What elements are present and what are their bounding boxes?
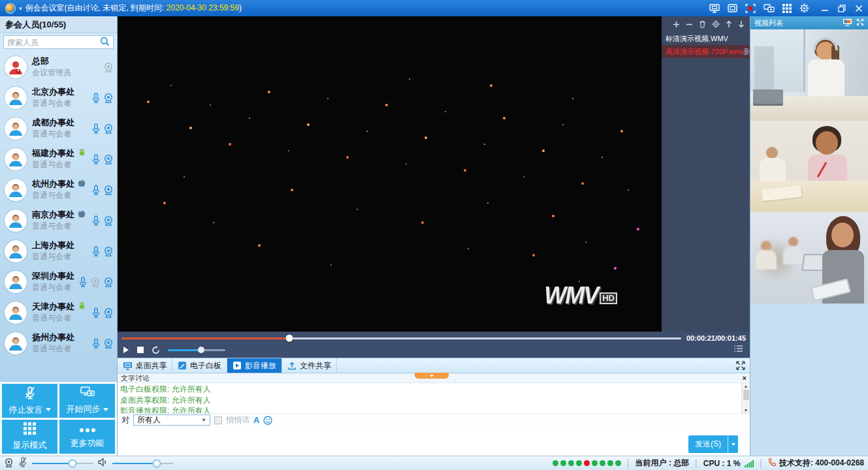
status-webcam-icon[interactable] <box>4 458 14 469</box>
video-mode-icon[interactable] <box>843 18 852 27</box>
speaker-volume-handle[interactable] <box>152 459 161 467</box>
status-mic-muted-icon[interactable] <box>18 457 27 469</box>
emoji-button[interactable] <box>263 416 272 425</box>
mic-icon[interactable] <box>91 307 101 318</box>
mic-icon[interactable] <box>91 338 101 349</box>
webcam-icon-gray[interactable] <box>103 62 114 72</box>
action-button-grid: 停止发言 开始同步 显示模式 更多功能 <box>0 382 117 456</box>
participant-row[interactable]: 总部会议管理员 <box>0 52 117 82</box>
apple-device-icon <box>78 210 86 220</box>
player-volume-slider[interactable] <box>168 349 225 351</box>
fullscreen-expand-icon[interactable] <box>735 360 746 373</box>
stop-button[interactable] <box>137 347 144 353</box>
logo-caret-icon[interactable]: ▾ <box>19 5 22 12</box>
playlist-settings-icon[interactable] <box>712 20 720 28</box>
record-icon[interactable] <box>745 4 756 13</box>
webcam-icon[interactable] <box>103 246 114 257</box>
participants-header: 参会人员(10/55) <box>0 16 117 33</box>
display-mode-button[interactable]: 显示模式 <box>2 420 57 454</box>
webcam-icon[interactable] <box>103 338 114 349</box>
stop-speaking-button[interactable]: 停止发言 <box>2 384 57 418</box>
settings-gear-icon[interactable] <box>799 3 809 13</box>
seek-bar[interactable] <box>121 337 681 339</box>
participant-row[interactable]: 上海办事处普通与会者 <box>0 236 117 266</box>
tab-file-share[interactable]: 文件共享 <box>282 358 337 373</box>
send-button[interactable]: 发送(S) <box>688 435 728 453</box>
chat-scrollbar[interactable]: ▲ ▼ <box>741 383 750 413</box>
font-style-button[interactable]: A <box>253 415 259 425</box>
mic-volume-slider[interactable] <box>32 463 93 464</box>
participant-row[interactable]: 北京办事处普通与会者 <box>0 82 117 113</box>
send-options-caret[interactable] <box>728 435 738 453</box>
participant-row[interactable]: 南京办事处普通与会者 <box>0 205 117 236</box>
collapse-chat-handle[interactable] <box>415 373 449 379</box>
screen-share-icon[interactable] <box>709 4 720 13</box>
participant-row[interactable]: 福建办事处普通与会者 <box>0 144 117 174</box>
search-icon[interactable] <box>100 37 110 48</box>
mic-icon[interactable] <box>78 277 88 287</box>
speaker-volume-slider[interactable] <box>112 463 174 464</box>
play-button[interactable] <box>123 346 129 354</box>
whiteboard-window-icon[interactable] <box>728 4 737 12</box>
restore-button[interactable] <box>838 5 846 12</box>
chat-input-area[interactable]: 发送(S) <box>118 427 750 456</box>
seek-handle[interactable] <box>286 335 293 342</box>
minimize-button[interactable] <box>821 5 829 12</box>
webcam-icon[interactable] <box>103 154 114 164</box>
playlist-item[interactable]: 标清演示视频.WMV <box>662 32 750 45</box>
playlist-delete-icon[interactable] <box>699 20 706 28</box>
playlist-add-icon[interactable] <box>673 21 680 28</box>
participant-row[interactable]: 天津办事处普通与会者 <box>0 297 117 328</box>
participants-panel: 参会人员(10/55) 总部会议管理员 北京办事处普通与会者 <box>0 16 118 456</box>
speaker-icon[interactable] <box>98 458 108 469</box>
video-thumbnail-2[interactable] <box>750 121 868 212</box>
participant-row[interactable]: 杭州办事处普通与会者 <box>0 174 117 205</box>
playlist-move-down-icon[interactable] <box>738 20 745 28</box>
participant-row[interactable]: 扬州办事处普通与会者 <box>0 328 117 358</box>
layout-grid-icon[interactable] <box>782 4 792 13</box>
video-list-expand-icon[interactable] <box>856 18 864 27</box>
mic-icon[interactable] <box>91 215 101 226</box>
expire-time: 2020-04-30 23:59:59 <box>167 3 239 12</box>
close-button[interactable] <box>855 5 863 12</box>
chat-message-area: 电子白板权限: 允许所有人 桌面共享权限: 允许所有人 影音播放权限: 允许所有… <box>118 383 750 413</box>
tab-desktop-share[interactable]: 桌面共享 <box>118 358 172 373</box>
more-functions-button[interactable]: 更多功能 <box>59 420 115 454</box>
playlist-move-up-icon[interactable] <box>726 20 732 28</box>
mic-volume-handle[interactable] <box>69 459 77 467</box>
participant-row[interactable]: 成都办事处普通与会者 <box>0 113 117 144</box>
playlist-item-selected[interactable]: 高清演示视频-720P.wmv删除 <box>662 45 750 58</box>
mic-icon[interactable] <box>91 185 101 195</box>
player-volume-handle[interactable] <box>198 347 204 353</box>
start-sync-button[interactable]: 开始同步 <box>59 384 115 418</box>
video-thumbnail-3[interactable] <box>750 212 868 304</box>
network-sync-icon[interactable] <box>764 4 775 13</box>
tab-whiteboard[interactable]: 电子白板 <box>172 358 227 373</box>
video-thumbnail-1[interactable] <box>750 29 868 121</box>
webcam-icon[interactable] <box>103 277 114 287</box>
webcam-icon[interactable] <box>103 123 114 134</box>
file-share-icon <box>287 361 297 370</box>
webcam-icon[interactable] <box>103 307 114 318</box>
playlist-toggle-icon[interactable] <box>734 345 743 354</box>
playlist-remove-icon[interactable] <box>686 21 693 28</box>
mic-icon[interactable] <box>91 246 101 257</box>
loop-button[interactable] <box>152 346 160 354</box>
search-input[interactable] <box>7 38 100 47</box>
scroll-thumb[interactable] <box>743 390 749 400</box>
cpu-usage-label: CPU : 1 % <box>703 459 741 468</box>
webcam-icon-gray[interactable] <box>90 277 101 287</box>
tab-media-playback[interactable]: 影音播放 <box>227 358 282 373</box>
participant-row[interactable]: 深圳办事处普通与会者 <box>0 266 117 297</box>
scroll-up-icon[interactable]: ▲ <box>744 384 748 388</box>
webcam-icon[interactable] <box>103 93 114 103</box>
mic-icon[interactable] <box>91 93 101 103</box>
mic-icon[interactable] <box>91 154 101 164</box>
chat-close-icon[interactable]: × <box>743 375 747 382</box>
recipient-select[interactable]: 所有人▼ <box>133 415 210 426</box>
scroll-down-icon[interactable]: ▼ <box>744 408 748 413</box>
whisper-checkbox[interactable] <box>214 416 222 424</box>
mic-icon[interactable] <box>91 123 101 134</box>
webcam-icon[interactable] <box>103 185 114 195</box>
webcam-icon[interactable] <box>103 215 114 226</box>
